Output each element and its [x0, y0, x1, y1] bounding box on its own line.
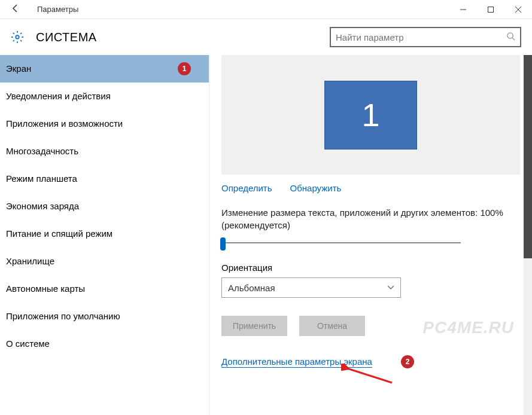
window-title: Параметры	[25, 5, 78, 14]
search-icon	[506, 32, 515, 42]
sidebar-item-multitasking[interactable]: Многозадачность	[0, 138, 209, 165]
annotation-badge-2: 2	[401, 355, 414, 368]
advanced-display-link[interactable]: Дополнительные параметры экрана	[221, 356, 372, 368]
sidebar-item-label: Режим планшета	[6, 173, 77, 184]
monitor-number: 1	[361, 96, 379, 133]
svg-rect-1	[488, 7, 494, 12]
svg-line-6	[512, 38, 515, 40]
back-button[interactable]	[6, 4, 25, 16]
sidebar-item-label: Многозадачность	[6, 146, 78, 156]
orientation-label: Ориентация	[221, 263, 520, 273]
orientation-value: Альбомная	[228, 283, 275, 293]
sidebar-item-label: Приложения и возможности	[6, 118, 123, 129]
minimize-button[interactable]	[449, 0, 477, 19]
sidebar-item-battery[interactable]: Экономия заряда	[0, 193, 209, 220]
sidebar-item-label: Приложения по умолчанию	[6, 311, 120, 321]
monitor-tile[interactable]: 1	[324, 81, 417, 149]
sidebar-item-notifications[interactable]: Уведомления и действия	[0, 83, 209, 110]
sidebar-item-label: Уведомления и действия	[6, 91, 111, 101]
scale-slider[interactable]	[221, 236, 461, 251]
monitor-preview-area[interactable]: 1	[221, 55, 520, 175]
sidebar-item-offlinemaps[interactable]: Автономные карты	[0, 275, 209, 303]
search-box[interactable]	[330, 27, 521, 47]
slider-track	[221, 242, 461, 243]
scrollbar-thumb[interactable]	[524, 55, 532, 258]
scrollbar-track[interactable]	[524, 55, 532, 415]
orientation-select[interactable]: Альбомная	[221, 277, 401, 298]
section-title: СИСТЕМА	[36, 30, 97, 44]
chevron-down-icon	[387, 283, 394, 292]
sidebar-item-storage[interactable]: Хранилище	[0, 248, 209, 275]
sidebar-item-display[interactable]: Экран 1	[0, 55, 209, 83]
sidebar-item-tablet[interactable]: Режим планшета	[0, 165, 209, 193]
sidebar-item-label: Хранилище	[6, 256, 54, 266]
sidebar-item-label: Питание и спящий режим	[6, 228, 113, 239]
sidebar-item-label: Автономные карты	[6, 283, 85, 294]
identify-link[interactable]: Определить	[221, 183, 272, 193]
header: СИСТЕМА	[0, 19, 532, 55]
sidebar-item-label: Экран	[6, 63, 31, 74]
sidebar-item-label: О системе	[6, 338, 50, 349]
sidebar: Экран 1 Уведомления и действия Приложени…	[0, 55, 209, 415]
sidebar-item-label: Экономия заряда	[6, 201, 79, 211]
slider-thumb[interactable]	[220, 237, 226, 251]
maximize-button[interactable]	[477, 0, 504, 19]
scale-label: Изменение размера текста, приложений и д…	[221, 206, 520, 231]
svg-point-5	[507, 33, 513, 38]
apply-button[interactable]: Применить	[221, 316, 287, 336]
cancel-button[interactable]: Отмена	[299, 316, 365, 336]
sidebar-item-about[interactable]: О системе	[0, 330, 209, 358]
svg-line-7	[347, 368, 392, 383]
main-panel: 1 Определить Обнаружить Изменение размер…	[209, 55, 532, 415]
titlebar: Параметры	[0, 0, 532, 19]
sidebar-item-power[interactable]: Питание и спящий режим	[0, 220, 209, 248]
svg-point-4	[16, 35, 19, 39]
detect-link[interactable]: Обнаружить	[290, 183, 342, 193]
search-input[interactable]	[336, 32, 506, 42]
sidebar-item-apps[interactable]: Приложения и возможности	[0, 110, 209, 138]
annotation-badge-1: 1	[178, 62, 191, 75]
gear-icon	[11, 30, 24, 44]
close-button[interactable]	[504, 0, 532, 19]
sidebar-item-defaultapps[interactable]: Приложения по умолчанию	[0, 303, 209, 330]
